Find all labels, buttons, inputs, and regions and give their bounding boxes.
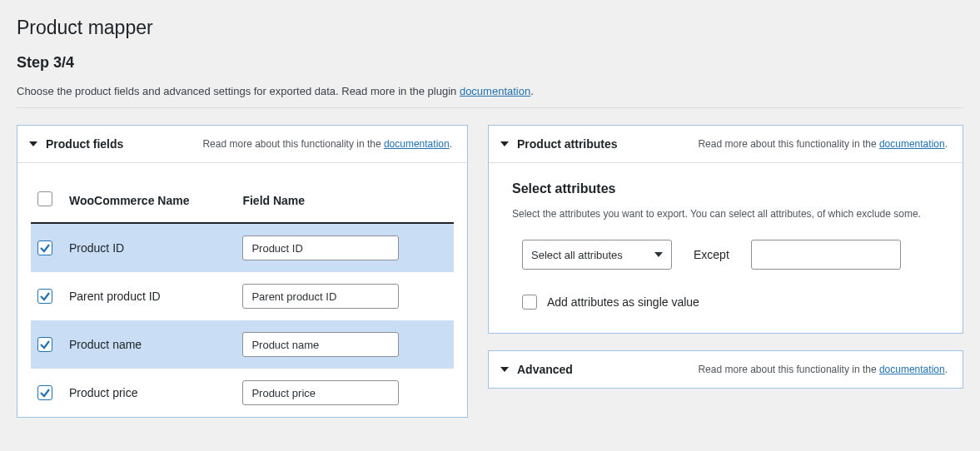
field-name-input[interactable] — [242, 380, 399, 405]
wc-name-cell: Product ID — [61, 223, 234, 272]
single-value-label: Add attributes as single value — [547, 295, 699, 309]
page-title: Product mapper — [17, 17, 963, 39]
product-fields-header[interactable]: Product fields Read more about this func… — [17, 126, 467, 163]
attributes-select[interactable]: Select all attributes — [522, 240, 672, 270]
product-attributes-panel: Product attributes Read more about this … — [488, 125, 963, 334]
fields-doc-link[interactable]: documentation — [384, 138, 450, 150]
attr-help-prefix: Read more about this functionality in th… — [698, 138, 878, 150]
fields-help-suffix: . — [450, 138, 452, 150]
table-row: Product price — [31, 369, 454, 417]
table-row: Product name — [31, 320, 454, 369]
except-label: Except — [694, 248, 729, 261]
caret-down-icon — [29, 141, 37, 146]
product-fields-panel: Product fields Read more about this func… — [17, 125, 468, 418]
wc-name-cell: Product price — [61, 369, 234, 417]
field-name-input[interactable] — [242, 332, 399, 357]
adv-help-prefix: Read more about this functionality in th… — [698, 364, 878, 375]
product-attributes-header[interactable]: Product attributes Read more about this … — [489, 126, 963, 163]
product-attributes-help: Read more about this functionality in th… — [698, 138, 948, 150]
table-row: Product ID — [31, 223, 454, 272]
advanced-panel: Advanced Read more about this functional… — [488, 350, 963, 389]
wc-name-cell: Parent product ID — [61, 272, 234, 320]
fields-help-prefix: Read more about this functionality in th… — [202, 138, 383, 150]
intro-text: Choose the product fields and advanced s… — [17, 85, 963, 97]
advanced-title: Advanced — [517, 363, 573, 376]
row-checkbox[interactable] — [37, 289, 52, 304]
chevron-down-icon — [654, 252, 663, 257]
attr-doc-link[interactable]: documentation — [879, 138, 945, 150]
row-checkbox[interactable] — [37, 385, 52, 400]
select-attributes-heading: Select attributes — [512, 181, 939, 196]
documentation-link[interactable]: documentation — [460, 85, 530, 97]
row-checkbox[interactable] — [37, 337, 52, 352]
single-value-checkbox[interactable] — [522, 295, 537, 310]
select-all-checkbox[interactable] — [37, 191, 52, 206]
col-wc-name: WooCommerce Name — [61, 176, 234, 223]
caret-down-icon — [500, 141, 509, 146]
fields-table: WooCommerce Name Field Name Product IDPa… — [31, 176, 454, 417]
attr-help-suffix: . — [945, 138, 948, 150]
except-input[interactable] — [751, 240, 901, 270]
caret-down-icon — [500, 367, 509, 372]
field-name-input[interactable] — [242, 235, 399, 260]
wc-name-cell: Product name — [61, 320, 234, 369]
attributes-select-value: Select all attributes — [531, 249, 623, 261]
intro-suffix: . — [530, 85, 534, 97]
product-fields-help: Read more about this functionality in th… — [202, 138, 452, 150]
intro-prefix: Choose the product fields and advanced s… — [17, 85, 460, 97]
step-indicator: Step 3/4 — [17, 54, 963, 72]
advanced-header[interactable]: Advanced Read more about this functional… — [489, 351, 963, 388]
product-fields-title: Product fields — [46, 137, 123, 151]
adv-help-suffix: . — [945, 364, 948, 375]
field-name-input[interactable] — [242, 284, 399, 309]
advanced-help: Read more about this functionality in th… — [698, 364, 948, 375]
col-field-name: Field Name — [234, 176, 454, 223]
row-checkbox[interactable] — [37, 240, 52, 255]
divider — [17, 107, 963, 108]
adv-doc-link[interactable]: documentation — [879, 364, 945, 375]
select-attributes-desc: Select the attributes you want to export… — [512, 208, 939, 220]
table-row: Parent product ID — [31, 272, 454, 320]
product-attributes-title: Product attributes — [517, 137, 618, 151]
